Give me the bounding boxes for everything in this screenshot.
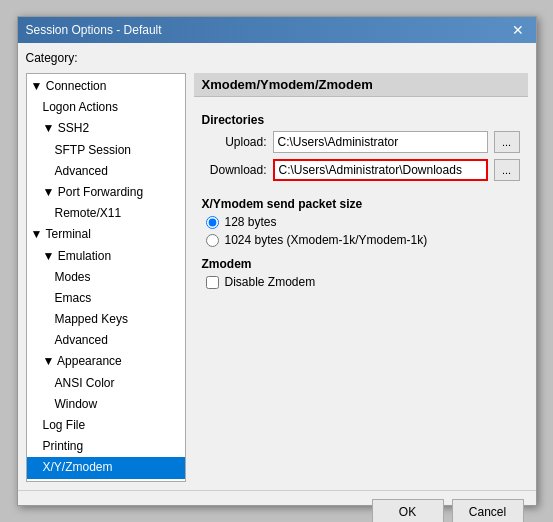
- zmodem-label: Zmodem: [202, 257, 520, 271]
- dialog-body: Category: ▼ ConnectionLogon Actions▼ SSH…: [18, 43, 536, 490]
- tree-item-logon-actions[interactable]: Logon Actions: [27, 97, 185, 118]
- tree-item-ansi-color[interactable]: ANSI Color: [27, 373, 185, 394]
- tree-item-log-file[interactable]: Log File: [27, 415, 185, 436]
- radio-1024[interactable]: [206, 234, 219, 247]
- tree-item-sftp-session[interactable]: SFTP Session: [27, 140, 185, 161]
- directories-label: Directories: [202, 113, 520, 127]
- upload-row: Upload: ...: [202, 131, 520, 153]
- packet-size-section: X/Ymodem send packet size 128 bytes 1024…: [202, 197, 520, 247]
- upload-input[interactable]: [273, 131, 488, 153]
- panel-body: Directories Upload: ... Download: ...: [194, 105, 528, 297]
- title-bar: Session Options - Default ✕: [18, 17, 536, 43]
- disable-zmodem-row: Disable Zmodem: [202, 275, 520, 289]
- right-panel: Xmodem/Ymodem/Zmodem Directories Upload:…: [194, 73, 528, 482]
- ok-button[interactable]: OK: [372, 499, 444, 522]
- dialog-footer: OK Cancel: [18, 490, 536, 522]
- disable-zmodem-checkbox[interactable]: [206, 276, 219, 289]
- tree-item-terminal[interactable]: ▼ Terminal: [27, 224, 185, 245]
- dialog-title: Session Options - Default: [26, 23, 162, 37]
- cancel-button[interactable]: Cancel: [452, 499, 524, 522]
- upload-label: Upload:: [202, 135, 267, 149]
- tree-item-modes[interactable]: Modes: [27, 267, 185, 288]
- disable-zmodem-label: Disable Zmodem: [225, 275, 316, 289]
- radio-group: 128 bytes 1024 bytes (Xmodem-1k/Ymodem-1…: [202, 215, 520, 247]
- tree-item-port-forwarding[interactable]: ▼ Port Forwarding: [27, 182, 185, 203]
- download-input[interactable]: [273, 159, 488, 181]
- tree-item-emacs[interactable]: Emacs: [27, 288, 185, 309]
- tree-panel[interactable]: ▼ ConnectionLogon Actions▼ SSH2SFTP Sess…: [26, 73, 186, 482]
- directories-section: Directories Upload: ... Download: ...: [202, 113, 520, 187]
- radio-128-label: 128 bytes: [225, 215, 277, 229]
- download-label: Download:: [202, 163, 267, 177]
- tree-item-xy-zmodem[interactable]: X/Y/Zmodem: [27, 457, 185, 478]
- tree-item-advanced-conn[interactable]: Advanced: [27, 161, 185, 182]
- radio-1024-label: 1024 bytes (Xmodem-1k/Ymodem-1k): [225, 233, 428, 247]
- close-button[interactable]: ✕: [508, 23, 528, 37]
- download-browse-button[interactable]: ...: [494, 159, 520, 181]
- tree-item-window[interactable]: Window: [27, 394, 185, 415]
- tree-item-advanced-term[interactable]: Advanced: [27, 330, 185, 351]
- session-options-dialog: Session Options - Default ✕ Category: ▼ …: [17, 16, 537, 506]
- download-row: Download: ...: [202, 159, 520, 181]
- panel-title: Xmodem/Ymodem/Zmodem: [194, 73, 528, 97]
- zmodem-section: Zmodem Disable Zmodem: [202, 257, 520, 289]
- tree-item-printing[interactable]: Printing: [27, 436, 185, 457]
- tree-item-appearance[interactable]: ▼ Appearance: [27, 351, 185, 372]
- main-content: ▼ ConnectionLogon Actions▼ SSH2SFTP Sess…: [26, 73, 528, 482]
- radio-128-row: 128 bytes: [206, 215, 520, 229]
- radio-1024-row: 1024 bytes (Xmodem-1k/Ymodem-1k): [206, 233, 520, 247]
- tree-item-remote-x11[interactable]: Remote/X11: [27, 203, 185, 224]
- tree-item-mapped-keys[interactable]: Mapped Keys: [27, 309, 185, 330]
- category-label: Category:: [26, 51, 528, 65]
- radio-128[interactable]: [206, 216, 219, 229]
- tree-item-connection[interactable]: ▼ Connection: [27, 76, 185, 97]
- packet-size-label: X/Ymodem send packet size: [202, 197, 520, 211]
- tree-item-emulation[interactable]: ▼ Emulation: [27, 246, 185, 267]
- tree-item-ssh2[interactable]: ▼ SSH2: [27, 118, 185, 139]
- upload-browse-button[interactable]: ...: [494, 131, 520, 153]
